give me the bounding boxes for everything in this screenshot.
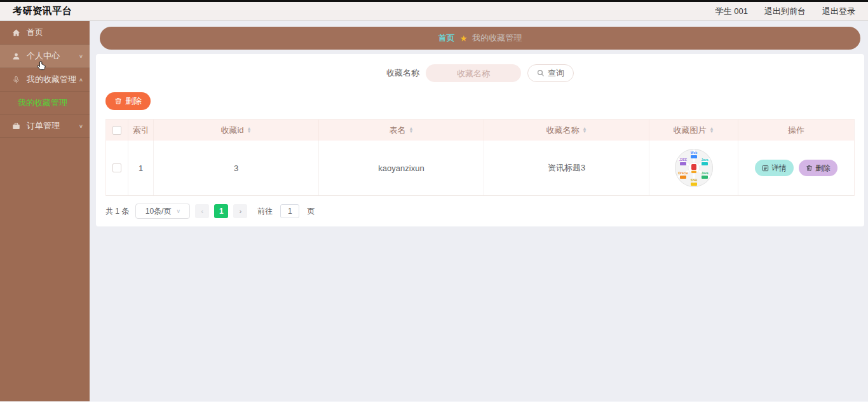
user-label: 学生 001 bbox=[715, 6, 748, 17]
col-header-table-name[interactable]: 表名 ▲▼ bbox=[319, 120, 484, 141]
breadcrumb-home-link[interactable]: 首页 bbox=[438, 32, 455, 44]
detail-button[interactable]: 详情 bbox=[755, 160, 794, 176]
svg-text:SSH: SSH bbox=[690, 178, 697, 182]
breadcrumb: 首页 ★ 我的收藏管理 bbox=[100, 27, 860, 50]
svg-text:Java: Java bbox=[701, 158, 708, 162]
star-icon: ★ bbox=[460, 34, 468, 43]
table-row: 1 3 kaoyanzixun 资讯标题3 bbox=[106, 141, 854, 196]
content-panel: 收藏名称 查询 删除 索引 收藏id ▲▼ bbox=[96, 54, 864, 226]
trash-icon bbox=[806, 165, 813, 172]
sidebar-item-order-management[interactable]: 订单管理 ∨ bbox=[0, 114, 90, 138]
search-input[interactable] bbox=[426, 64, 521, 82]
exit-front-link[interactable]: 退出到前台 bbox=[764, 6, 806, 17]
prev-page-button[interactable]: ‹ bbox=[195, 204, 209, 218]
search-row: 收藏名称 查询 bbox=[105, 60, 855, 86]
briefcase-icon bbox=[11, 121, 21, 131]
home-icon bbox=[11, 28, 21, 38]
topbar: 考研资讯平台 学生 001 退出到前台 退出登录 bbox=[0, 2, 868, 21]
goto-label: 前往 bbox=[257, 206, 273, 217]
app-title: 考研资讯平台 bbox=[13, 5, 72, 17]
table-header-row: 索引 收藏id ▲▼ 表名 ▲▼ 收藏名称 ▲▼ 收藏图片 bbox=[106, 120, 854, 141]
sidebar-item-label: 个人中心 bbox=[27, 50, 60, 62]
cell-operations: 详情 删除 bbox=[738, 141, 854, 195]
query-button-label: 查询 bbox=[548, 67, 564, 79]
page-size-select[interactable]: 10条/页 ∨ bbox=[135, 204, 190, 219]
goto-page-input[interactable] bbox=[280, 204, 299, 218]
row-checkbox[interactable] bbox=[112, 163, 121, 172]
detail-button-label: 详情 bbox=[771, 163, 787, 174]
sidebar-item-label: 订单管理 bbox=[27, 120, 60, 132]
sidebar-item-label: 首页 bbox=[27, 27, 43, 38]
chevron-down-icon: ∨ bbox=[176, 208, 180, 214]
bulk-delete-button[interactable]: 删除 bbox=[105, 92, 151, 110]
breadcrumb-current: 我的收藏管理 bbox=[472, 32, 522, 44]
svg-text:Java: Java bbox=[701, 171, 708, 175]
query-button[interactable]: 查询 bbox=[527, 64, 574, 82]
sidebar-item-label: 我的收藏管理 bbox=[27, 74, 76, 85]
bulk-delete-label: 删除 bbox=[125, 95, 142, 107]
cell-table-name: kaoyanzixun bbox=[319, 141, 484, 195]
chevron-down-icon: ∨ bbox=[79, 53, 83, 59]
cell-index: 1 bbox=[128, 141, 154, 195]
svg-text:Oracle: Oracle bbox=[678, 171, 688, 175]
main-area: 首页 ★ 我的收藏管理 收藏名称 查询 删除 索引 bbox=[90, 21, 868, 401]
next-page-button[interactable]: › bbox=[233, 204, 247, 218]
chevron-down-icon: ∨ bbox=[79, 123, 83, 129]
pagination-total: 共 1 条 bbox=[105, 206, 129, 217]
sidebar-item-home[interactable]: 首页 bbox=[0, 21, 90, 45]
sidebar: 首页 个人中心 ∨ 我的收藏管理 ∧ 我的收藏管理 订单管理 ∨ bbox=[0, 21, 90, 401]
sidebar-item-favorites-management[interactable]: 我的收藏管理 ∧ bbox=[0, 68, 90, 92]
svg-text:Web: Web bbox=[690, 151, 696, 155]
cell-favorite-name: 资讯标题3 bbox=[484, 141, 649, 195]
sidebar-item-personal-center[interactable]: 个人中心 ∨ bbox=[0, 45, 90, 68]
favorites-table: 索引 收藏id ▲▼ 表名 ▲▼ 收藏名称 ▲▼ 收藏图片 bbox=[105, 119, 855, 196]
sort-icon[interactable]: ▲▼ bbox=[247, 127, 252, 134]
sidebar-subitem-label: 我的收藏管理 bbox=[18, 97, 67, 109]
sort-icon[interactable]: ▲▼ bbox=[409, 127, 414, 134]
page-size-value: 10条/页 bbox=[146, 206, 172, 217]
trash-icon bbox=[114, 97, 122, 105]
search-label: 收藏名称 bbox=[386, 67, 419, 79]
logout-link[interactable]: 退出登录 bbox=[822, 6, 855, 17]
sort-icon[interactable]: ▲▼ bbox=[583, 127, 587, 134]
document-icon bbox=[762, 165, 769, 172]
sidebar-subitem-my-favorites[interactable]: 我的收藏管理 bbox=[0, 92, 90, 114]
row-delete-button[interactable]: 删除 bbox=[799, 160, 837, 176]
chevron-up-icon: ∧ bbox=[79, 77, 83, 83]
mic-icon bbox=[11, 75, 21, 85]
page-unit-label: 页 bbox=[307, 206, 315, 217]
user-icon bbox=[11, 52, 21, 61]
cell-favorite-id: 3 bbox=[154, 141, 319, 195]
col-header-favorite-id[interactable]: 收藏id ▲▼ bbox=[154, 120, 319, 141]
col-header-index: 索引 bbox=[128, 120, 154, 141]
col-header-operation: 操作 bbox=[738, 120, 854, 141]
col-header-favorite-image[interactable]: 收藏图片 ▲▼ bbox=[649, 120, 738, 141]
pagination: 共 1 条 10条/页 ∨ ‹ 1 › 前往 页 bbox=[105, 204, 855, 219]
search-icon bbox=[537, 69, 545, 77]
select-all-checkbox[interactable] bbox=[112, 126, 121, 135]
sort-icon[interactable]: ▲▼ bbox=[710, 127, 714, 134]
col-header-favorite-name[interactable]: 收藏名称 ▲▼ bbox=[484, 120, 649, 141]
row-delete-button-label: 删除 bbox=[815, 163, 831, 174]
svg-text:J2EE: J2EE bbox=[679, 158, 687, 162]
page-number-button[interactable]: 1 bbox=[214, 204, 228, 218]
tech-wheel-image: Web Java Java SSH Oracle J2EE bbox=[674, 148, 714, 188]
